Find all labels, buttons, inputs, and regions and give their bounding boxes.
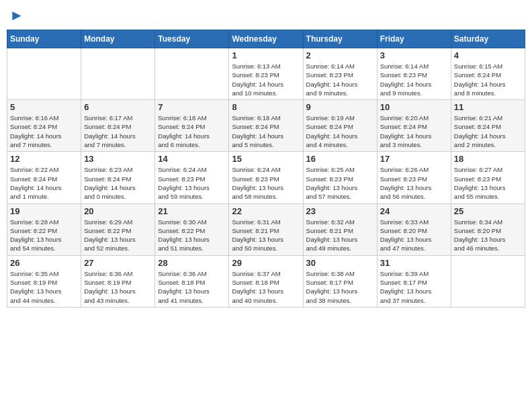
calendar-week-5: 26Sunrise: 6:35 AM Sunset: 8:19 PM Dayli… bbox=[7, 255, 525, 307]
logo: ► bbox=[9, 7, 24, 24]
day-info: Sunrise: 6:23 AM Sunset: 8:24 PM Dayligh… bbox=[84, 165, 152, 201]
day-info: Sunrise: 6:17 AM Sunset: 8:24 PM Dayligh… bbox=[84, 113, 152, 149]
day-info: Sunrise: 6:21 AM Sunset: 8:24 PM Dayligh… bbox=[454, 113, 522, 149]
calendar-cell: 3Sunrise: 6:14 AM Sunset: 8:23 PM Daylig… bbox=[377, 48, 451, 100]
calendar-cell: 29Sunrise: 6:37 AM Sunset: 8:18 PM Dayli… bbox=[229, 255, 303, 307]
calendar-cell: 21Sunrise: 6:30 AM Sunset: 8:22 PM Dayli… bbox=[155, 203, 229, 255]
day-number: 7 bbox=[158, 102, 226, 112]
weekday-header-row: SundayMondayTuesdayWednesdayThursdayFrid… bbox=[7, 30, 525, 48]
calendar-cell: 7Sunrise: 6:18 AM Sunset: 8:24 PM Daylig… bbox=[155, 100, 229, 152]
calendar-cell: 8Sunrise: 6:18 AM Sunset: 8:24 PM Daylig… bbox=[229, 100, 303, 152]
day-info: Sunrise: 6:36 AM Sunset: 8:19 PM Dayligh… bbox=[84, 269, 152, 305]
calendar-cell bbox=[81, 48, 155, 100]
day-info: Sunrise: 6:15 AM Sunset: 8:24 PM Dayligh… bbox=[454, 62, 522, 97]
day-number: 4 bbox=[454, 50, 522, 60]
day-info: Sunrise: 6:34 AM Sunset: 8:20 PM Dayligh… bbox=[454, 218, 522, 253]
calendar-cell bbox=[7, 48, 81, 100]
calendar-cell: 20Sunrise: 6:29 AM Sunset: 8:22 PM Dayli… bbox=[81, 203, 155, 255]
day-number: 8 bbox=[232, 102, 300, 112]
day-info: Sunrise: 6:36 AM Sunset: 8:18 PM Dayligh… bbox=[158, 269, 226, 305]
day-number: 9 bbox=[306, 102, 374, 112]
calendar-week-3: 12Sunrise: 6:22 AM Sunset: 8:24 PM Dayli… bbox=[7, 152, 525, 203]
day-info: Sunrise: 6:31 AM Sunset: 8:21 PM Dayligh… bbox=[232, 218, 300, 253]
logo-icon: ► bbox=[9, 7, 24, 24]
calendar-cell: 10Sunrise: 6:20 AM Sunset: 8:24 PM Dayli… bbox=[377, 100, 451, 152]
day-number: 13 bbox=[84, 154, 152, 164]
day-info: Sunrise: 6:30 AM Sunset: 8:22 PM Dayligh… bbox=[158, 218, 226, 253]
calendar-cell: 23Sunrise: 6:32 AM Sunset: 8:21 PM Dayli… bbox=[303, 203, 377, 255]
calendar-table: SundayMondayTuesdayWednesdayThursdayFrid… bbox=[7, 30, 525, 308]
calendar-cell: 25Sunrise: 6:34 AM Sunset: 8:20 PM Dayli… bbox=[451, 203, 525, 255]
calendar-cell: 11Sunrise: 6:21 AM Sunset: 8:24 PM Dayli… bbox=[451, 100, 525, 152]
day-info: Sunrise: 6:24 AM Sunset: 8:23 PM Dayligh… bbox=[232, 165, 300, 201]
day-number: 20 bbox=[84, 206, 152, 216]
day-number: 28 bbox=[158, 258, 226, 268]
day-info: Sunrise: 6:20 AM Sunset: 8:24 PM Dayligh… bbox=[380, 113, 448, 149]
day-number: 22 bbox=[232, 206, 300, 216]
day-number: 18 bbox=[454, 154, 522, 164]
weekday-header-saturday: Saturday bbox=[451, 30, 525, 48]
day-info: Sunrise: 6:38 AM Sunset: 8:17 PM Dayligh… bbox=[306, 269, 374, 305]
day-info: Sunrise: 6:39 AM Sunset: 8:17 PM Dayligh… bbox=[380, 269, 448, 305]
logo-line1: ► bbox=[9, 7, 24, 24]
calendar-cell: 14Sunrise: 6:24 AM Sunset: 8:23 PM Dayli… bbox=[155, 152, 229, 203]
weekday-header-thursday: Thursday bbox=[303, 30, 377, 48]
day-number: 24 bbox=[380, 206, 448, 216]
logo-text-block: ► bbox=[9, 7, 24, 24]
calendar-cell: 17Sunrise: 6:26 AM Sunset: 8:23 PM Dayli… bbox=[377, 152, 451, 203]
day-info: Sunrise: 6:35 AM Sunset: 8:19 PM Dayligh… bbox=[10, 269, 78, 305]
day-info: Sunrise: 6:18 AM Sunset: 8:24 PM Dayligh… bbox=[232, 113, 300, 149]
calendar-cell: 9Sunrise: 6:19 AM Sunset: 8:24 PM Daylig… bbox=[303, 100, 377, 152]
day-number: 30 bbox=[306, 258, 374, 268]
day-info: Sunrise: 6:16 AM Sunset: 8:24 PM Dayligh… bbox=[10, 113, 78, 149]
calendar-cell: 16Sunrise: 6:25 AM Sunset: 8:23 PM Dayli… bbox=[303, 152, 377, 203]
calendar-week-1: 1Sunrise: 6:13 AM Sunset: 8:23 PM Daylig… bbox=[7, 48, 525, 100]
day-number: 6 bbox=[84, 102, 152, 112]
day-number: 15 bbox=[232, 154, 300, 164]
calendar-week-2: 5Sunrise: 6:16 AM Sunset: 8:24 PM Daylig… bbox=[7, 100, 525, 152]
calendar-cell: 12Sunrise: 6:22 AM Sunset: 8:24 PM Dayli… bbox=[7, 152, 81, 203]
day-number: 11 bbox=[454, 102, 522, 112]
page-header: ► bbox=[7, 7, 525, 24]
day-info: Sunrise: 6:25 AM Sunset: 8:23 PM Dayligh… bbox=[306, 165, 374, 201]
day-info: Sunrise: 6:19 AM Sunset: 8:24 PM Dayligh… bbox=[306, 113, 374, 149]
day-info: Sunrise: 6:18 AM Sunset: 8:24 PM Dayligh… bbox=[158, 113, 226, 149]
day-info: Sunrise: 6:27 AM Sunset: 8:23 PM Dayligh… bbox=[454, 165, 522, 201]
calendar-cell: 19Sunrise: 6:28 AM Sunset: 8:22 PM Dayli… bbox=[7, 203, 81, 255]
calendar-cell: 31Sunrise: 6:39 AM Sunset: 8:17 PM Dayli… bbox=[377, 255, 451, 307]
calendar-cell: 28Sunrise: 6:36 AM Sunset: 8:18 PM Dayli… bbox=[155, 255, 229, 307]
day-info: Sunrise: 6:28 AM Sunset: 8:22 PM Dayligh… bbox=[10, 218, 78, 253]
day-info: Sunrise: 6:26 AM Sunset: 8:23 PM Dayligh… bbox=[380, 165, 448, 201]
day-number: 26 bbox=[10, 258, 78, 268]
calendar-cell: 4Sunrise: 6:15 AM Sunset: 8:24 PM Daylig… bbox=[451, 48, 525, 100]
calendar-cell: 15Sunrise: 6:24 AM Sunset: 8:23 PM Dayli… bbox=[229, 152, 303, 203]
weekday-header-sunday: Sunday bbox=[7, 30, 81, 48]
day-number: 10 bbox=[380, 102, 448, 112]
calendar-cell: 27Sunrise: 6:36 AM Sunset: 8:19 PM Dayli… bbox=[81, 255, 155, 307]
calendar-cell: 22Sunrise: 6:31 AM Sunset: 8:21 PM Dayli… bbox=[229, 203, 303, 255]
day-info: Sunrise: 6:13 AM Sunset: 8:23 PM Dayligh… bbox=[232, 62, 300, 97]
day-number: 16 bbox=[306, 154, 374, 164]
day-number: 19 bbox=[10, 206, 78, 216]
day-number: 29 bbox=[232, 258, 300, 268]
day-number: 12 bbox=[10, 154, 78, 164]
day-info: Sunrise: 6:24 AM Sunset: 8:23 PM Dayligh… bbox=[158, 165, 226, 201]
calendar-cell: 24Sunrise: 6:33 AM Sunset: 8:20 PM Dayli… bbox=[377, 203, 451, 255]
weekday-header-wednesday: Wednesday bbox=[229, 30, 303, 48]
calendar-week-4: 19Sunrise: 6:28 AM Sunset: 8:22 PM Dayli… bbox=[7, 203, 525, 255]
day-number: 5 bbox=[10, 102, 78, 112]
weekday-header-tuesday: Tuesday bbox=[155, 30, 229, 48]
calendar-cell: 1Sunrise: 6:13 AM Sunset: 8:23 PM Daylig… bbox=[229, 48, 303, 100]
day-info: Sunrise: 6:14 AM Sunset: 8:23 PM Dayligh… bbox=[306, 62, 374, 97]
day-info: Sunrise: 6:32 AM Sunset: 8:21 PM Dayligh… bbox=[306, 218, 374, 253]
day-info: Sunrise: 6:33 AM Sunset: 8:20 PM Dayligh… bbox=[380, 218, 448, 253]
day-number: 1 bbox=[232, 50, 300, 60]
calendar-cell: 18Sunrise: 6:27 AM Sunset: 8:23 PM Dayli… bbox=[451, 152, 525, 203]
calendar-cell: 5Sunrise: 6:16 AM Sunset: 8:24 PM Daylig… bbox=[7, 100, 81, 152]
day-number: 23 bbox=[306, 206, 374, 216]
calendar-cell: 6Sunrise: 6:17 AM Sunset: 8:24 PM Daylig… bbox=[81, 100, 155, 152]
day-number: 14 bbox=[158, 154, 226, 164]
weekday-header-friday: Friday bbox=[377, 30, 451, 48]
day-number: 17 bbox=[380, 154, 448, 164]
calendar-cell: 13Sunrise: 6:23 AM Sunset: 8:24 PM Dayli… bbox=[81, 152, 155, 203]
